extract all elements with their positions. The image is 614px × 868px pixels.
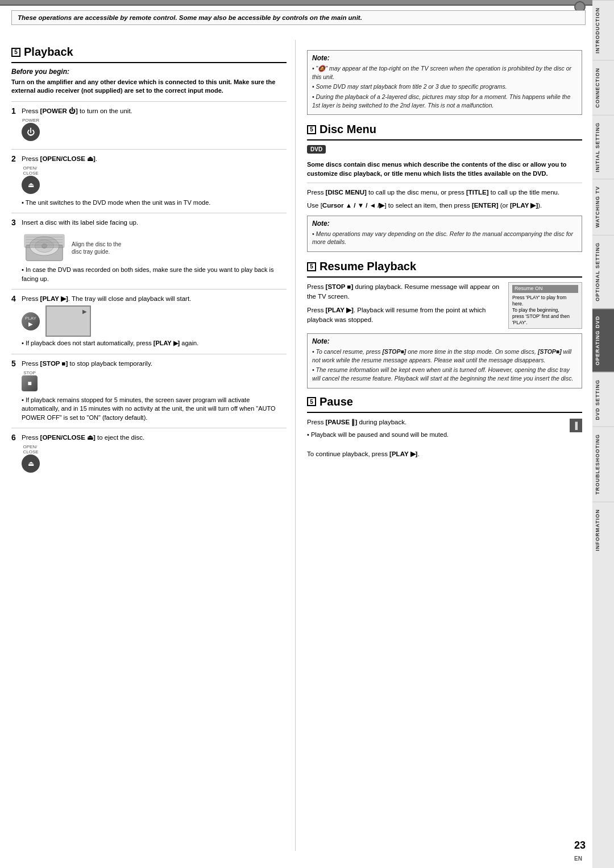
step-5-text: Press [STOP ■] to stop playback temporar…: [22, 359, 152, 368]
disc-menu-step2: Use [Cursor ▲ / ▼ / ◄ /▶] to select an i…: [307, 201, 582, 210]
step-6-text: Press [OPEN/CLOSE ⏏] to eject the disc.: [22, 433, 144, 442]
right-note-title: Note:: [312, 54, 577, 62]
open-close-label-1: OPEN/CLOSE: [23, 166, 38, 176]
step-3: 3 Insert a disc with its label side faci…: [11, 213, 287, 283]
sidebar-tab-optional-setting[interactable]: OPTIONAL SETTING: [592, 235, 614, 308]
pause-divider: [307, 412, 582, 413]
resume-step1: Press [STOP ■] during playback. Resume m…: [307, 282, 503, 302]
disc-menu-note-text: Menu operations may vary depending on th…: [312, 230, 577, 246]
step-4-number: 4: [11, 294, 19, 303]
pause-icon-area: ‖: [570, 419, 582, 432]
sidebar-tab-introduction[interactable]: INTRODUCTION: [592, 0, 614, 60]
step-4-divider: [11, 289, 287, 290]
eject-circle-2: ⏏: [22, 454, 40, 473]
disc-menu-section-title: 5 Disc Menu: [307, 123, 582, 136]
right-note-text: "🔕" may appear at the top-right on the T…: [312, 64, 577, 109]
step-6-divider: [11, 428, 287, 428]
pause-step1: Press [PAUSE ‖] during playback.: [307, 418, 564, 427]
header-note: These operations are accessible by remot…: [11, 10, 586, 25]
sidebar-tab-initial-setting[interactable]: INITIAL SETTING: [592, 115, 614, 179]
step-5: 5 Press [STOP ■] to stop playback tempor…: [11, 354, 287, 422]
disc-image: [22, 229, 67, 263]
resume-section-title: 5 Resume Playback: [307, 260, 582, 273]
sidebar-tab-operating-dvd[interactable]: OPERATING DVD: [592, 308, 614, 372]
playback-checkbox-icon: 5: [11, 48, 20, 57]
step-1-divider: [11, 101, 287, 102]
before-begin-text: Turn on the amplifier and any other devi…: [11, 78, 287, 96]
resume-layout: Press [STOP ■] during playback. Resume m…: [307, 282, 582, 329]
step-3-text: Insert a disc with its label side facing…: [22, 218, 138, 227]
disc-menu-note-title: Note:: [312, 220, 577, 228]
step-1-text: Press [POWER ⏻] to turn on the unit.: [22, 106, 132, 115]
pause-title-text: Pause: [320, 395, 353, 408]
pause-layout: Press [PAUSE ‖] during playback. Playbac…: [307, 418, 582, 463]
step-6-number: 6: [11, 433, 19, 442]
before-begin-label: Before you begin:: [11, 68, 287, 76]
playback-section-title: 5 Playback: [11, 46, 287, 59]
right-note-item-1: "🔕" may appear at the top-right on the T…: [312, 64, 577, 81]
step-2-note: The unit switches to the DVD mode when t…: [22, 199, 287, 207]
resume-title-text: Resume Playback: [320, 260, 416, 273]
eject-circle-1: ⏏: [22, 176, 40, 194]
disc-menu-step1: Press [DISC MENU] to call up the disc me…: [307, 188, 582, 197]
sidebar-tab-dvd-setting[interactable]: DVD SETTING: [592, 372, 614, 427]
top-line: [0, 5, 592, 6]
right-sidebar: INTRODUCTION CONNECTION INITIAL SETTING …: [592, 0, 614, 868]
sidebar-tab-information[interactable]: INFORMATION: [592, 502, 614, 558]
step-5-divider: [11, 354, 287, 354]
stop-circle: ■: [22, 375, 38, 391]
step-3-note: In case the DVD was recorded on both sid…: [22, 266, 287, 283]
disc-image-area: Align the disc to the disc tray guide.: [22, 229, 287, 263]
sidebar-tab-watching-tv[interactable]: WATCHING TV: [592, 179, 614, 234]
page-lang: EN: [574, 855, 582, 862]
play-circle: PLAY ▶: [22, 312, 40, 330]
step-1-number: 1: [11, 106, 19, 115]
right-column: Note: "🔕" may appear at the top-right on…: [296, 40, 588, 851]
svg-rect-4: [24, 235, 64, 248]
play-button-icon: PLAY ▶: [22, 312, 40, 330]
resume-divider: [307, 276, 582, 278]
resume-note-text: To cancel resume, press [STOP■] one more…: [312, 348, 577, 383]
pause-section-title: 5 Pause: [307, 395, 582, 408]
step-5-note: If playback remains stopped for 5 minute…: [22, 396, 287, 422]
resume-note-box: Note: To cancel resume, press [STOP■] on…: [307, 333, 582, 388]
step-2-divider: [11, 149, 287, 150]
right-note-item-2: Some DVD may start playback from title 2…: [312, 82, 577, 91]
power-circle: ⏻: [22, 123, 40, 141]
resume-on-title: Resume ON: [512, 285, 578, 293]
resume-note-item-1: To cancel resume, press [STOP■] one more…: [312, 348, 577, 364]
page-number: 23 EN: [574, 840, 586, 863]
left-column: 5 Playback Before you begin: Turn on the…: [6, 40, 296, 851]
main-content: 5 Playback Before you begin: Turn on the…: [6, 40, 588, 851]
step-4-text: Press [PLAY ▶]. The tray will close and …: [22, 294, 191, 303]
disc-menu-title-text: Disc Menu: [320, 123, 376, 136]
step-4: 4 Press [PLAY ▶]. The tray will close an…: [11, 289, 287, 348]
pause-symbol-icon: ‖: [570, 419, 582, 432]
open-close-button-icon-1: OPEN/CLOSE ⏏: [22, 166, 40, 194]
disc-menu-note-item: Menu operations may vary depending on th…: [312, 230, 577, 246]
power-button-icon: POWER ⏻: [22, 118, 40, 141]
resume-note-title: Note:: [312, 337, 577, 345]
disc-menu-step-divider: [307, 183, 582, 183]
stop-button-icon: STOP ■: [22, 370, 38, 391]
step-6: 6 Press [OPEN/CLOSE ⏏] to eject the disc…: [11, 428, 287, 475]
step-3-divider: [11, 213, 287, 213]
playback-divider: [11, 62, 287, 63]
step-1: 1 Press [POWER ⏻] to turn on the unit. P…: [11, 101, 287, 143]
pause-text-block: Press [PAUSE ‖] during playback. Playbac…: [307, 418, 564, 463]
disc-menu-description: Some discs contain disc menus which desc…: [307, 160, 582, 178]
right-note-item-3: During the playback of a 2-layered disc,…: [312, 93, 577, 109]
resume-note-item-2: The resume information will be kept even…: [312, 366, 577, 382]
sidebar-tab-troubleshooting[interactable]: TROUBLESHOOTING: [592, 427, 614, 502]
disc-caption: Align the disc to the disc tray guide.: [72, 241, 128, 255]
tv-screen-step4: ▶: [45, 305, 91, 337]
step-2-text: Press [OPEN/CLOSE ⏏].: [22, 154, 97, 163]
sidebar-tab-connection[interactable]: CONNECTION: [592, 60, 614, 115]
pause-checkbox-icon: 5: [307, 397, 316, 406]
step-2-number: 2: [11, 154, 19, 163]
step-4-note: If playback does not start automatically…: [22, 339, 287, 348]
resume-on-box: Resume ON Press 'PLAY' to play from here…: [508, 282, 582, 329]
resume-checkbox-icon: 5: [307, 262, 316, 271]
dvd-badge: DVD: [307, 145, 326, 154]
power-label: POWER: [22, 118, 39, 123]
